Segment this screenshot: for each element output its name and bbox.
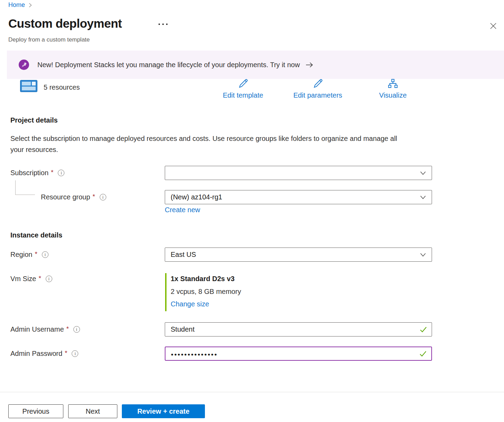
pencil-icon — [238, 78, 248, 90]
page-subtitle: Deploy from a custom template — [8, 36, 90, 43]
vm-size-label-text: Vm Size — [10, 275, 36, 283]
org-chart-icon — [388, 78, 398, 90]
required-asterisk: * — [38, 275, 41, 282]
chevron-down-icon — [420, 252, 426, 257]
required-asterisk: * — [92, 193, 95, 200]
region-label-text: Region — [10, 251, 32, 259]
resource-group-dropdown[interactable]: (New) az104-rg1 — [165, 190, 432, 204]
chevron-down-icon — [420, 171, 426, 176]
subscription-dropdown[interactable] — [165, 166, 432, 180]
edit-template-label: Edit template — [223, 91, 263, 99]
required-asterisk: * — [51, 169, 53, 176]
edit-parameters-button[interactable]: Edit parameters — [287, 78, 349, 99]
required-asterisk: * — [65, 349, 67, 357]
valid-check-icon — [419, 350, 427, 357]
project-details-heading: Project details — [10, 116, 58, 124]
page-title: Custom deployment — [8, 17, 122, 30]
subscription-label: Subscription * i — [10, 169, 64, 177]
info-icon[interactable]: i — [46, 276, 52, 282]
admin-password-label-text: Admin Password — [10, 350, 62, 358]
field-connector-line — [15, 180, 35, 195]
edit-parameters-label: Edit parameters — [293, 91, 342, 99]
previous-button[interactable]: Previous — [8, 404, 63, 418]
pencil-icon — [313, 78, 323, 90]
rocket-icon — [19, 60, 29, 70]
region-value: East US — [165, 251, 420, 259]
vm-size-label: Vm Size * i — [10, 275, 52, 283]
chevron-down-icon — [420, 195, 426, 200]
template-icon — [20, 80, 37, 92]
info-icon[interactable]: i — [42, 251, 48, 258]
deployment-stacks-banner[interactable]: New! Deployment Stacks let you manage th… — [7, 51, 504, 79]
breadcrumb: Home — [8, 1, 32, 9]
info-icon[interactable]: i — [100, 194, 106, 200]
region-dropdown[interactable]: East US — [165, 248, 432, 262]
admin-username-label: Admin Username * i — [10, 325, 80, 333]
admin-username-label-text: Admin Username — [10, 325, 64, 333]
region-label: Region * i — [10, 251, 48, 259]
edit-template-button[interactable]: Edit template — [214, 78, 272, 99]
chevron-right-icon — [28, 3, 32, 8]
admin-password-field-wrapper — [165, 347, 432, 361]
vm-size-selection: 1x Standard D2s v3 — [171, 275, 235, 283]
resources-count: 5 resources — [44, 83, 80, 91]
resource-group-label-text: Resource group — [41, 193, 90, 201]
breadcrumb-home-link[interactable]: Home — [8, 1, 25, 9]
create-new-link[interactable]: Create new — [165, 206, 200, 214]
required-asterisk: * — [35, 250, 37, 258]
info-icon[interactable]: i — [73, 326, 80, 333]
valid-check-icon — [420, 326, 427, 333]
change-size-link[interactable]: Change size — [171, 300, 209, 308]
custom-deployment-page: Home Custom deployment Deploy from a cus… — [0, 0, 504, 422]
info-icon[interactable]: i — [58, 170, 64, 176]
resource-group-value: (New) az104-rg1 — [165, 193, 420, 201]
admin-username-input[interactable] — [165, 323, 420, 336]
admin-password-label: Admin Password * i — [10, 350, 78, 358]
visualize-label: Visualize — [379, 91, 407, 99]
instance-details-heading: Instance details — [10, 231, 62, 239]
required-asterisk: * — [66, 325, 69, 333]
next-button[interactable]: Next — [68, 404, 117, 418]
admin-password-input[interactable] — [165, 347, 419, 360]
vm-size-accent-bar — [165, 273, 166, 311]
info-icon[interactable]: i — [72, 350, 78, 357]
review-create-button[interactable]: Review + create — [122, 404, 205, 418]
visualize-button[interactable]: Visualize — [370, 78, 415, 99]
banner-message: New! Deployment Stacks let you manage th… — [37, 61, 300, 69]
footer-divider — [0, 392, 504, 392]
arrow-right-icon[interactable] — [305, 62, 313, 68]
admin-username-field-wrapper — [165, 322, 432, 336]
resource-group-label: Resource group * i — [41, 193, 106, 201]
subscription-label-text: Subscription — [10, 169, 48, 177]
vm-size-specs: 2 vcpus, 8 GB memory — [171, 288, 241, 296]
close-icon[interactable] — [487, 20, 499, 32]
more-options-icon[interactable] — [156, 21, 170, 27]
project-details-description: Select the subscription to manage deploy… — [10, 133, 408, 155]
